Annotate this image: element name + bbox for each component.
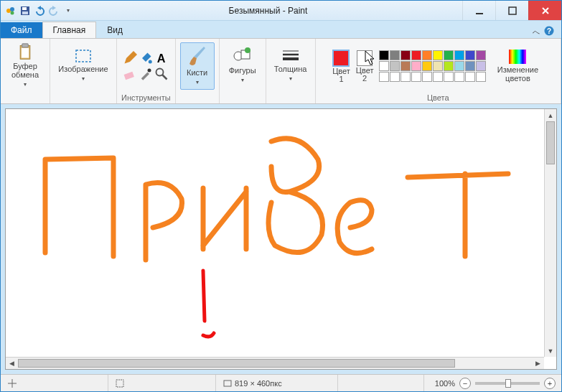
chevron-down-icon: ▾ (289, 75, 292, 83)
redo-icon[interactable] (48, 5, 60, 17)
brushes-label: Кисти (187, 68, 207, 77)
maximize-button[interactable] (495, 1, 528, 20)
quick-access-toolbar: ▾ (1, 5, 74, 17)
tab-view[interactable]: Вид (96, 22, 134, 38)
color-picker-icon[interactable] (139, 67, 153, 81)
palette-swatch[interactable] (390, 72, 400, 82)
chevron-down-icon: ▾ (24, 80, 27, 89)
palette-swatch[interactable] (401, 61, 411, 71)
palette-swatch[interactable] (465, 61, 475, 71)
eraser-icon[interactable] (123, 67, 137, 81)
magnifier-icon[interactable] (154, 67, 169, 81)
brushes-button[interactable]: Кисти ▾ (180, 42, 215, 90)
palette-swatch[interactable] (390, 50, 400, 60)
select-label: Изображение (58, 65, 108, 73)
palette-swatch[interactable] (433, 50, 443, 60)
status-dimensions: 819 × 460пкс (216, 375, 338, 391)
zoom-out-button[interactable]: − (459, 378, 471, 389)
user-drawing (6, 109, 537, 346)
status-selection (108, 375, 216, 391)
palette-swatch[interactable] (454, 61, 464, 71)
scroll-right-icon[interactable]: ▶ (532, 358, 544, 369)
text-icon[interactable]: A (154, 51, 169, 65)
palette-swatch[interactable] (444, 72, 454, 82)
palette-swatch[interactable] (379, 50, 389, 60)
edit-colors-button[interactable]: Изменение цветов (492, 42, 543, 90)
color2-swatch (357, 50, 373, 66)
svg-point-1 (10, 7, 14, 11)
palette-swatch[interactable] (411, 72, 421, 82)
palette-swatch[interactable] (476, 61, 486, 71)
palette-swatch[interactable] (422, 72, 432, 82)
palette-swatch[interactable] (454, 50, 464, 60)
horizontal-scrollbar[interactable]: ◀ ▶ (6, 357, 544, 369)
size-button[interactable]: Толщина ▾ (271, 42, 311, 90)
palette-swatch[interactable] (433, 61, 443, 71)
undo-icon[interactable] (34, 5, 45, 17)
app-icon (5, 5, 17, 17)
collapse-ribbon-icon[interactable]: へ (533, 27, 540, 37)
svg-rect-12 (22, 48, 29, 58)
color2-label: Цвет 2 (356, 67, 374, 83)
palette-swatch[interactable] (422, 61, 432, 71)
scroll-left-icon[interactable]: ◀ (6, 358, 18, 369)
tab-file[interactable]: Файл (1, 22, 42, 38)
palette-swatch[interactable] (422, 50, 432, 60)
vertical-scrollbar[interactable]: ▲ ▼ (544, 109, 556, 357)
qat-dropdown-icon[interactable]: ▾ (62, 5, 74, 17)
canvas-area: ▲ ▼ ◀ ▶ (1, 104, 561, 374)
fill-icon[interactable] (139, 51, 153, 65)
palette-swatch[interactable] (444, 50, 454, 60)
palette-swatch[interactable] (390, 61, 400, 71)
close-button[interactable] (528, 1, 561, 20)
palette-swatch[interactable] (411, 50, 421, 60)
scroll-thumb[interactable] (546, 121, 555, 164)
svg-rect-13 (76, 50, 90, 62)
svg-rect-5 (22, 11, 28, 14)
shapes-label: Фигуры (229, 66, 256, 75)
color2-button[interactable]: Цвет 2 (356, 50, 374, 83)
group-size: Толщина ▾ (266, 39, 316, 103)
scroll-up-icon[interactable]: ▲ (545, 109, 556, 121)
shapes-button[interactable]: Фигуры ▾ (224, 42, 261, 90)
color1-button[interactable]: Цвет 1 (332, 50, 350, 83)
zoom-slider[interactable] (475, 382, 540, 385)
group-colors: Цвет 1 Цвет 2 Изменение цветов Цвета (316, 39, 561, 103)
minimize-button[interactable] (462, 1, 495, 20)
edit-colors-label: Изменение цветов (497, 65, 538, 83)
canvas[interactable]: ▲ ▼ ◀ ▶ (5, 108, 557, 370)
window-title: Безымянный - Paint (74, 6, 462, 16)
zoom-in-button[interactable]: + (544, 378, 556, 389)
palette-swatch[interactable] (454, 72, 464, 82)
palette-swatch[interactable] (433, 72, 443, 82)
select-button[interactable]: Изображение ▾ (55, 42, 112, 90)
save-icon[interactable] (19, 5, 31, 17)
palette-swatch[interactable] (465, 50, 475, 60)
palette-swatch[interactable] (476, 50, 486, 60)
tab-home[interactable]: Главная (42, 22, 97, 38)
palette-swatch[interactable] (401, 72, 411, 82)
palette-swatch[interactable] (465, 72, 475, 82)
status-coordinates (1, 375, 108, 391)
chevron-down-icon: ▾ (241, 76, 244, 85)
svg-point-2 (11, 11, 14, 14)
dimensions-label: 819 × 460пкс (235, 379, 282, 388)
help-icon[interactable]: ? (544, 26, 554, 38)
palette-swatch[interactable] (476, 72, 486, 82)
color-palette (379, 50, 486, 82)
palette-swatch[interactable] (379, 72, 389, 82)
svg-rect-26 (509, 50, 526, 64)
group-brushes: Кисти ▾ (176, 39, 220, 103)
palette-swatch[interactable] (379, 61, 389, 71)
scroll-down-icon[interactable]: ▼ (545, 345, 556, 357)
paste-label: Буфер обмена (11, 62, 39, 79)
palette-swatch[interactable] (411, 61, 421, 71)
palette-swatch[interactable] (401, 50, 411, 60)
paste-button[interactable]: Буфер обмена ▾ (5, 42, 45, 90)
pencil-icon[interactable] (123, 51, 137, 65)
scroll-thumb[interactable] (18, 359, 455, 368)
zoom-label: 100% (435, 379, 455, 388)
slider-knob[interactable] (505, 379, 511, 388)
statusbar: 819 × 460пкс 100% − + (1, 374, 561, 391)
palette-swatch[interactable] (444, 61, 454, 71)
